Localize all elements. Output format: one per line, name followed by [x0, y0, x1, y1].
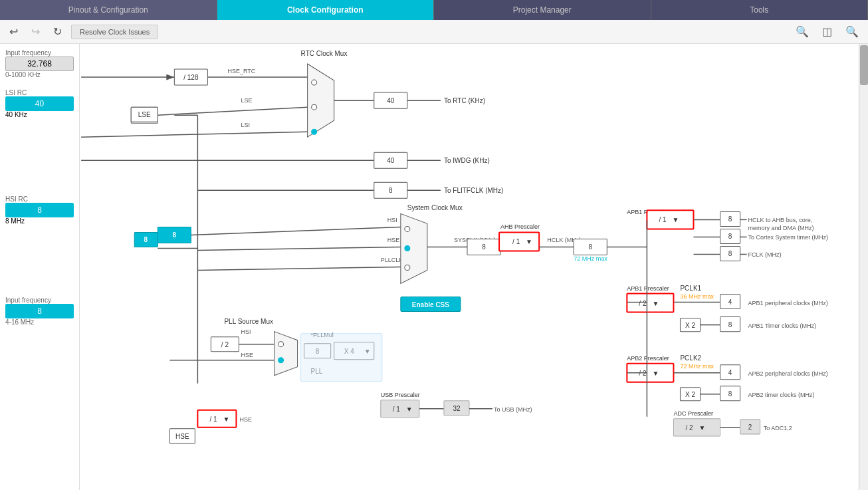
- svg-text:APB1 peripheral clocks (MHz): APB1 peripheral clocks (MHz): [748, 300, 828, 306]
- hsi-mhz: 8 MHz: [5, 217, 74, 225]
- svg-text:APB2 Prescaler: APB2 Prescaler: [627, 355, 669, 362]
- svg-point-12: [312, 80, 317, 85]
- svg-text:▼: ▼: [672, 216, 679, 223]
- zoom-in-button[interactable]: 🔍: [792, 23, 813, 41]
- nav-tabs: Pinout & Configuration Clock Configurati…: [0, 0, 868, 20]
- tab-tools[interactable]: Tools: [651, 0, 869, 20]
- svg-text:72 MHz max: 72 MHz max: [574, 255, 607, 262]
- svg-text:8: 8: [728, 250, 732, 257]
- svg-text:40: 40: [387, 97, 395, 104]
- toolbar: ↩ ↪ ↻ Resolve Clock Issues 🔍 ◫ 🔍: [0, 20, 868, 44]
- svg-text:To IWDG (KHz): To IWDG (KHz): [444, 157, 490, 164]
- svg-text:/ 1: / 1: [209, 416, 217, 423]
- lsi-khz: 40 KHz: [5, 111, 74, 118]
- svg-marker-125: [274, 332, 298, 376]
- svg-text:To ADC1,2: To ADC1,2: [764, 425, 792, 431]
- svg-text:8: 8: [144, 236, 148, 243]
- redo-button[interactable]: ↪: [27, 23, 44, 41]
- fullscreen-button[interactable]: ◫: [818, 23, 836, 41]
- svg-text:32: 32: [453, 405, 461, 412]
- svg-text:/ 2: / 2: [221, 341, 229, 348]
- svg-point-126: [278, 342, 284, 347]
- svg-rect-79: [627, 294, 673, 312]
- svg-rect-59: [647, 210, 693, 229]
- tab-clock[interactable]: Clock Configuration: [217, 0, 435, 20]
- hse-range: 4-16 MHz: [5, 318, 74, 326]
- svg-text:8: 8: [389, 187, 393, 194]
- hsi-value: 8: [5, 203, 74, 217]
- svg-text:▼: ▼: [406, 406, 413, 413]
- svg-text:▼: ▼: [652, 370, 659, 377]
- svg-text:HCLK to AHB bus, core,: HCLK to AHB bus, core,: [748, 217, 813, 223]
- rtc-clock-mux-label: RTC Clock Mux: [301, 50, 348, 57]
- undo-button[interactable]: ↩: [5, 23, 22, 41]
- svg-text:72 MHz max: 72 MHz max: [680, 363, 714, 370]
- svg-point-42: [405, 265, 410, 270]
- lsi-label: LSI RC: [5, 89, 74, 96]
- svg-text:To USB (MHz): To USB (MHz): [494, 406, 532, 413]
- refresh-button[interactable]: ↻: [49, 23, 66, 41]
- svg-line-7: [158, 107, 307, 115]
- svg-text:X 2: X 2: [685, 322, 695, 329]
- svg-text:2: 2: [748, 424, 752, 431]
- scroll-thumb[interactable]: [860, 45, 868, 85]
- tab-project[interactable]: Project Manager: [434, 0, 651, 20]
- svg-line-35: [197, 247, 400, 250]
- svg-text:/ 1: / 1: [659, 216, 667, 223]
- diagram-area: RTC Clock Mux / 128 HSE_RTC LSE LSE LSI: [80, 44, 868, 490]
- hsi-label: HSI RC: [5, 195, 74, 203]
- svg-line-37: [197, 267, 400, 271]
- svg-text:PLLCLK: PLLCLK: [381, 257, 403, 263]
- svg-text:HSE: HSE: [239, 416, 252, 423]
- hsi-group: HSI RC 8 8 MHz: [5, 190, 74, 225]
- svg-text:HSE_RTC: HSE_RTC: [227, 68, 255, 74]
- svg-text:▼: ▼: [526, 238, 532, 245]
- lsi-group: LSI RC 40 40 KHz: [5, 84, 74, 118]
- tab-pinout[interactable]: Pinout & Configuration: [0, 0, 217, 20]
- svg-text:FCLK (MHz): FCLK (MHz): [748, 251, 782, 258]
- svg-text:8: 8: [173, 231, 177, 239]
- resolve-clock-button[interactable]: Resolve Clock Issues: [71, 25, 158, 39]
- svg-text:PCLK2: PCLK2: [680, 354, 701, 362]
- main-content: Input frequency 32.768 0-1000 KHz LSI RC…: [0, 44, 868, 490]
- svg-text:APB2 peripheral clocks (MHz): APB2 peripheral clocks (MHz): [748, 370, 828, 377]
- svg-point-13: [312, 104, 317, 110]
- svg-line-33: [191, 227, 400, 235]
- lse-freq-value[interactable]: 32.768: [5, 57, 74, 71]
- svg-point-14: [312, 129, 317, 134]
- left-panel: Input frequency 32.768 0-1000 KHz LSI RC…: [0, 44, 80, 490]
- zoom-out-button[interactable]: 🔍: [841, 23, 863, 41]
- svg-text:▼: ▼: [699, 424, 706, 431]
- lsi-value: 40: [5, 96, 74, 111]
- svg-text:System Clock Mux: System Clock Mux: [407, 204, 463, 211]
- svg-text:APB1 Prescaler: APB1 Prescaler: [627, 285, 669, 292]
- hse-freq-label: Input frequency: [5, 297, 74, 304]
- svg-text:8: 8: [482, 243, 486, 251]
- svg-text:▼: ▼: [223, 416, 229, 423]
- svg-text:HSE: HSE: [387, 237, 400, 243]
- svg-text:4: 4: [728, 369, 732, 376]
- svg-text:8: 8: [728, 321, 732, 328]
- svg-text:/ 128: / 128: [183, 74, 199, 81]
- svg-text:HSI: HSI: [387, 217, 397, 223]
- svg-marker-11: [308, 64, 334, 137]
- svg-text:APB2 timer clocks (MHz): APB2 timer clocks (MHz): [748, 392, 815, 398]
- svg-text:8: 8: [728, 390, 732, 398]
- svg-text:HSI: HSI: [241, 328, 251, 335]
- svg-text:8: 8: [728, 233, 732, 240]
- svg-text:PLL Source Mux: PLL Source Mux: [224, 318, 273, 325]
- svg-text:Enable CSS: Enable CSS: [412, 301, 449, 308]
- svg-text:PCLK1: PCLK1: [680, 285, 701, 292]
- hse-value: 8: [5, 304, 74, 318]
- svg-text:/ 2: / 2: [685, 424, 693, 431]
- svg-line-9: [81, 132, 308, 137]
- scrollbar-right[interactable]: [859, 44, 868, 490]
- svg-text:/ 1: / 1: [512, 238, 520, 245]
- svg-text:40: 40: [387, 157, 395, 164]
- svg-text:LSI: LSI: [241, 122, 250, 128]
- svg-text:AHB Prescaler: AHB Prescaler: [500, 223, 540, 230]
- lse-freq-label: Input frequency: [5, 49, 74, 57]
- svg-rect-111: [673, 419, 720, 436]
- clock-diagram: RTC Clock Mux / 128 HSE_RTC LSE LSE LSI: [80, 44, 868, 490]
- svg-text:HSE: HSE: [241, 352, 253, 358]
